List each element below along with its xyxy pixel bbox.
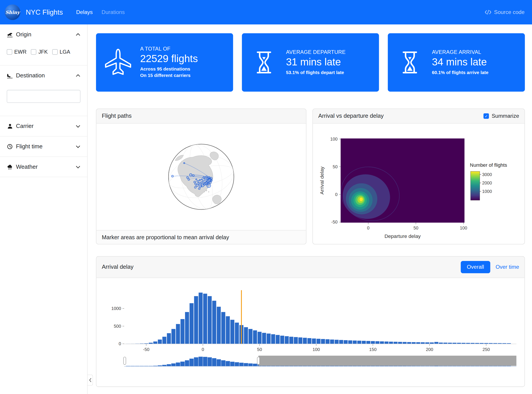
- sidebar-collapse-toggle[interactable]: [88, 375, 93, 386]
- sidebar-section-destination: Destination: [0, 65, 87, 116]
- globe-chart: [165, 141, 237, 213]
- source-code-label: Source code: [494, 9, 525, 15]
- histogram-chart[interactable]: 05001000-50050100150200250: [96, 278, 525, 387]
- checkbox-label-ewr[interactable]: EWR: [14, 49, 26, 55]
- carrier-accordion-toggle[interactable]: Carrier: [7, 122, 80, 130]
- value-box-row: A TOTAL OF 22529 flights Across 95 desti…: [96, 33, 525, 92]
- weather-accordion-toggle[interactable]: Weather: [7, 163, 80, 171]
- chevron-left-icon: [89, 378, 91, 382]
- summarize-checkbox[interactable]: Summarize: [483, 113, 519, 119]
- value-box-average-departure: AVERAGE DEPARTURE 31 mins late 53.1% of …: [242, 33, 379, 92]
- destination-label: Destination: [16, 72, 45, 79]
- svg-text:0: 0: [119, 341, 121, 346]
- svg-text:Departure delay: Departure delay: [384, 233, 421, 239]
- checkbox-label-jfk[interactable]: JFK: [38, 49, 48, 55]
- navbar-tabs: Delays Durations: [72, 6, 129, 18]
- density-chart: 050100-50050100Departure delayArrival de…: [313, 124, 524, 244]
- value-box-subtitle: 53.1% of flights depart late: [286, 69, 346, 76]
- card-title: Arrival delay: [102, 264, 134, 270]
- shiny-logo-text: Shiny: [5, 10, 20, 15]
- histogram-plot-body: 05001000-50050100150200250: [96, 278, 525, 387]
- origin-accordion-toggle[interactable]: Origin: [7, 31, 80, 39]
- range-slider-handle[interactable]: [257, 357, 260, 364]
- arrival-delay-toggle-group: Overall Over time: [461, 261, 519, 273]
- value-box-value: 22529 flights: [140, 53, 198, 64]
- carrier-label: Carrier: [16, 123, 34, 130]
- card-title: Flight paths: [102, 113, 132, 119]
- svg-text:150: 150: [369, 347, 377, 352]
- arrival-delay-card-header: Arrival delay Overall Over time: [96, 257, 525, 278]
- over-time-button[interactable]: Over time: [496, 264, 519, 270]
- clock-icon: [7, 144, 13, 149]
- app-title: NYC Flights: [26, 8, 63, 16]
- svg-text:-50: -50: [143, 347, 150, 352]
- svg-text:250: 250: [483, 347, 490, 352]
- card-title: Arrival vs departure delay: [318, 113, 384, 119]
- plane-departure-icon: [7, 32, 13, 37]
- svg-text:50: 50: [333, 164, 338, 169]
- plane-arrival-icon: [7, 73, 13, 78]
- flight-time-accordion-toggle[interactable]: Flight time: [7, 143, 80, 151]
- source-code-link[interactable]: Source code: [485, 9, 524, 15]
- code-icon: [485, 10, 491, 14]
- shiny-logo-icon: Shiny: [5, 5, 20, 20]
- checkbox-label-lga[interactable]: LGA: [60, 49, 70, 55]
- summarize-label: Summarize: [492, 113, 519, 119]
- sidebar-section-origin: Origin EWR JFK LGA: [0, 24, 87, 65]
- plane-icon: [96, 47, 140, 77]
- svg-text:100: 100: [330, 137, 338, 141]
- svg-text:0: 0: [202, 347, 204, 352]
- chevron-up-icon: [76, 73, 80, 78]
- svg-text:100: 100: [313, 347, 320, 352]
- overall-button[interactable]: Overall: [461, 261, 490, 273]
- svg-text:500: 500: [114, 324, 121, 329]
- value-box-total-flights: A TOTAL OF 22529 flights Across 95 desti…: [96, 33, 233, 92]
- tab-delays[interactable]: Delays: [72, 6, 97, 18]
- svg-text:200: 200: [426, 347, 433, 352]
- chevron-down-icon: [76, 165, 80, 169]
- range-slider-handle[interactable]: [124, 357, 126, 364]
- svg-text:3000: 3000: [482, 172, 492, 177]
- sidebar-section-flight-time: Flight time: [0, 136, 87, 157]
- flight-paths-map: [96, 124, 306, 230]
- checkbox-unchecked-icon[interactable]: [52, 49, 57, 55]
- cloud-rain-icon: [7, 164, 13, 170]
- svg-text:Number of flights: Number of flights: [470, 162, 507, 168]
- arrival-delay-card: Arrival delay Overall Over time 05001000…: [96, 256, 525, 387]
- svg-text:0: 0: [367, 225, 370, 230]
- tab-durations[interactable]: Durations: [97, 6, 129, 18]
- checkbox-checked-icon[interactable]: [483, 113, 489, 119]
- svg-text:Arrival delay: Arrival delay: [319, 166, 325, 195]
- app-root: Shiny NYC Flights Delays Durations Sourc…: [0, 0, 532, 394]
- chevron-down-icon: [76, 144, 80, 149]
- main-content: A TOTAL OF 22529 flights Across 95 desti…: [88, 24, 532, 394]
- sidebar-section-weather: Weather: [0, 157, 87, 177]
- chevron-up-icon: [76, 32, 80, 37]
- origin-checkbox-group: EWR JFK LGA: [7, 49, 80, 55]
- svg-text:50: 50: [257, 347, 262, 352]
- range-slider-mask[interactable]: [258, 356, 517, 366]
- destination-accordion-toggle[interactable]: Destination: [7, 72, 80, 80]
- svg-text:0: 0: [335, 192, 338, 197]
- value-box-value: 34 mins late: [432, 56, 488, 67]
- origin-label: Origin: [16, 31, 31, 38]
- destination-input[interactable]: [7, 90, 80, 103]
- svg-text:-50: -50: [331, 219, 338, 224]
- svg-text:1000: 1000: [111, 306, 121, 311]
- value-box-value: 31 mins late: [286, 56, 346, 67]
- flight-paths-card: Flight paths: [96, 109, 306, 244]
- origin-checkbox-lga[interactable]: LGA: [52, 49, 70, 55]
- chevron-down-icon: [76, 124, 80, 129]
- destination-input-wrap: [7, 90, 80, 103]
- checkbox-unchecked-icon[interactable]: [7, 49, 12, 55]
- origin-checkbox-jfk[interactable]: JFK: [31, 49, 48, 55]
- value-box-subtitle: On 15 different carriers: [140, 73, 198, 79]
- flight-paths-footer-text: Marker areas are proportional to mean ar…: [102, 234, 229, 240]
- sidebar: Origin EWR JFK LGA: [0, 24, 88, 394]
- origin-checkbox-ewr[interactable]: EWR: [7, 49, 27, 55]
- user-icon: [7, 124, 13, 129]
- middle-cards-row: Flight paths: [96, 109, 525, 244]
- density-card: Arrival vs departure delay Summarize 050…: [313, 109, 525, 244]
- value-box-title: AVERAGE DEPARTURE: [286, 49, 346, 55]
- checkbox-unchecked-icon[interactable]: [31, 49, 36, 55]
